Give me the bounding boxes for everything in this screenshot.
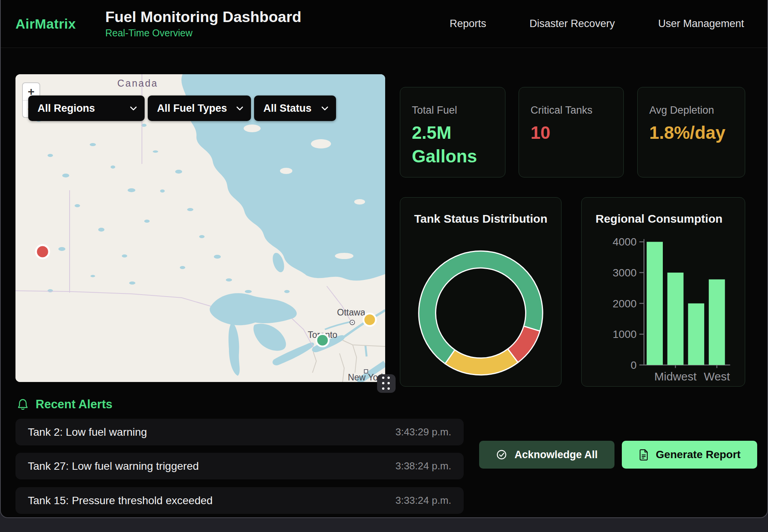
stat-value-critical-tanks: 10 — [531, 121, 599, 145]
fuel-type-filter-select[interactable]: All Fuel Types — [148, 95, 251, 121]
y-tick-label: 2000 — [613, 298, 637, 310]
alert-text: Tank 2: Low fuel warning — [28, 426, 147, 438]
bar-region-3 — [709, 280, 725, 365]
recent-alerts-title: Recent Alerts — [36, 397, 113, 411]
y-tick-label: 3000 — [613, 267, 637, 279]
chevron-down-icon — [130, 106, 137, 111]
page-subtitle: Real-Time Overview — [105, 27, 301, 39]
generate-report-button[interactable]: Generate Report — [622, 441, 757, 469]
alert-time: 3:38:24 p.m. — [395, 460, 451, 472]
stat-value-avg-depletion: 1.8%/day — [649, 121, 718, 145]
stat-label: Avg Depletion — [649, 104, 745, 116]
y-tick-label: 1000 — [613, 328, 637, 340]
chevron-down-icon — [236, 106, 243, 111]
nav-item-disaster-recovery[interactable]: Disaster Recovery — [529, 18, 615, 30]
status-filter-select[interactable]: All Status — [254, 95, 336, 121]
map-label-ottawa: Ottawa — [337, 307, 365, 317]
alert-time: 3:43:29 p.m. — [395, 426, 451, 438]
alert-row-3[interactable]: Tank 15: Pressure threshold exceeded 3:3… — [15, 487, 464, 514]
status-filter-value: All Status — [263, 102, 312, 114]
check-circle-icon — [496, 449, 507, 460]
stat-card-avg-depletion: Avg Depletion 1.8%/day — [637, 87, 745, 177]
fuel-type-filter-value: All Fuel Types — [157, 102, 227, 114]
document-icon — [638, 449, 649, 461]
nav-item-user-management[interactable]: User Management — [658, 18, 744, 30]
tank-status-chart-card: Tank Status Distribution — [400, 197, 561, 387]
regional-consumption-bar-chart: 01000200030004000MidwestWest — [582, 198, 745, 386]
bar-region-0 — [647, 242, 663, 365]
stat-card-critical-tanks: Critical Tanks 10 — [519, 87, 624, 177]
dashboard-window: AirMatrix Fuel Monitoring Dashboard Real… — [0, 0, 768, 518]
acknowledge-all-label: Acknowledge All — [514, 449, 597, 461]
alert-row-1[interactable]: Tank 2: Low fuel warning 3:43:29 p.m. — [15, 419, 464, 445]
normal-tank-marker[interactable] — [316, 334, 329, 346]
ottawa-town-dot — [352, 322, 353, 323]
alert-text: Tank 15: Pressure threshold exceeded — [28, 494, 213, 507]
nav-item-reports[interactable]: Reports — [450, 18, 486, 30]
alert-time: 3:33:24 p.m. — [395, 494, 451, 506]
tank-map[interactable]: Canada Ottawa Toronto New York + − All R… — [15, 74, 385, 382]
chevron-down-icon — [321, 106, 328, 111]
stat-label: Critical Tanks — [531, 104, 623, 116]
y-tick-label: 4000 — [613, 236, 637, 248]
generate-report-label: Generate Report — [656, 448, 741, 461]
y-tick-label: 0 — [631, 359, 637, 371]
stat-value-total-fuel: 2.5M Gallons — [412, 121, 481, 168]
recent-alerts-header: Recent Alerts — [17, 397, 113, 411]
stat-label: Total Fuel — [412, 104, 505, 116]
title-block: Fuel Monitoring Dashboard Real-Time Over… — [105, 9, 301, 39]
warning-tank-marker[interactable] — [364, 314, 376, 326]
bar-region-2 — [688, 304, 704, 365]
regional-consumption-chart-card: Regional Consumption 01000200030004000Mi… — [581, 197, 745, 387]
region-filter-value: All Regions — [38, 102, 95, 114]
map-filter-bar: All Regions All Fuel Types All Status — [28, 95, 336, 121]
stat-card-total-fuel: Total Fuel 2.5M Gallons — [400, 87, 505, 177]
map-label-canada: Canada — [117, 78, 158, 89]
x-tick-label: Midwest — [654, 370, 697, 383]
bar-region-1 — [667, 273, 684, 365]
alert-row-2[interactable]: Tank 27: Low fuel warning triggered 3:38… — [15, 453, 464, 479]
map-resize-handle[interactable] — [377, 374, 396, 393]
page-title: Fuel Monitoring Dashboard — [105, 9, 301, 26]
nav-menu: Reports Disaster Recovery User Managemen… — [450, 18, 744, 30]
region-filter-select[interactable]: All Regions — [28, 95, 145, 121]
top-navbar: AirMatrix Fuel Monitoring Dashboard Real… — [1, 0, 767, 48]
critical-tank-marker[interactable] — [36, 245, 49, 258]
brand-logo[interactable]: AirMatrix — [15, 16, 76, 32]
tank-status-donut-chart — [400, 198, 561, 386]
bell-icon — [17, 398, 29, 411]
acknowledge-all-button[interactable]: Acknowledge All — [479, 441, 614, 469]
x-tick-label: West — [704, 370, 730, 383]
donut-segment-warning — [445, 349, 518, 375]
alert-text: Tank 27: Low fuel warning triggered — [28, 460, 199, 472]
